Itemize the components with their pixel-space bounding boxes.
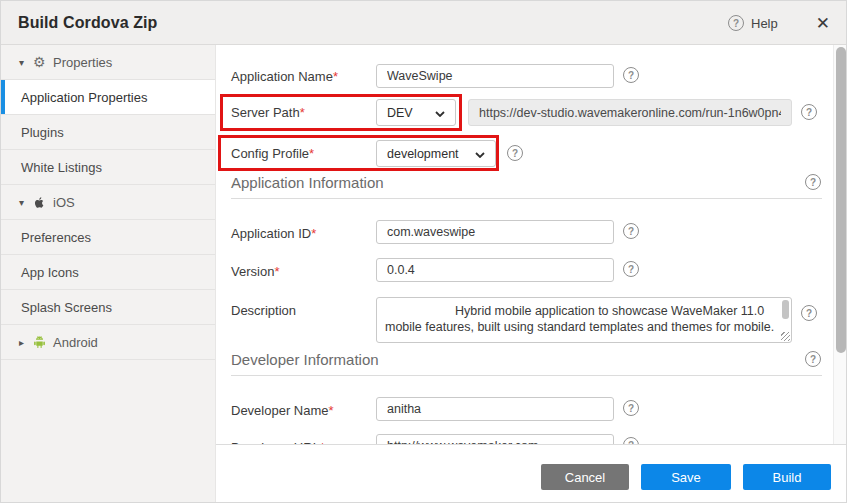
sidebar-item-plugins[interactable]: Plugins bbox=[1, 115, 215, 150]
application-id-help-icon[interactable]: ? bbox=[623, 223, 639, 239]
description-label: Description bbox=[231, 303, 296, 318]
sidebar-group-label: iOS bbox=[53, 195, 75, 210]
save-button[interactable]: Save bbox=[641, 464, 731, 490]
sidebar-item-splash-screens[interactable]: Splash Screens bbox=[1, 290, 215, 325]
chevron-down-icon: ▾ bbox=[19, 57, 33, 68]
required-asterisk: * bbox=[309, 146, 314, 161]
help-label: Help bbox=[751, 16, 778, 31]
dialog-footer: Cancel Save Build bbox=[216, 444, 847, 503]
sidebar: ▾ ⚙ Properties Application Properties Pl… bbox=[1, 45, 216, 503]
textarea-scrollbar-thumb[interactable] bbox=[782, 300, 789, 319]
build-button[interactable]: Build bbox=[743, 464, 831, 490]
sidebar-item-label: Splash Screens bbox=[21, 300, 112, 315]
gear-icon: ⚙ bbox=[33, 55, 53, 69]
required-asterisk: * bbox=[311, 226, 316, 241]
required-asterisk: * bbox=[274, 264, 279, 279]
sidebar-item-label: Plugins bbox=[21, 125, 64, 140]
application-information-help-icon[interactable]: ? bbox=[805, 174, 821, 190]
config-profile-select[interactable]: development bbox=[376, 140, 496, 167]
config-profile-help-icon[interactable]: ? bbox=[507, 145, 523, 161]
developer-name-input[interactable] bbox=[376, 397, 614, 421]
application-id-label: Application ID* bbox=[231, 226, 316, 241]
form-panel: Application Name* ? Server Path* DEV ? C… bbox=[216, 45, 847, 503]
vertical-scrollbar-thumb[interactable] bbox=[836, 47, 846, 353]
sidebar-item-label: Preferences bbox=[21, 230, 91, 245]
cancel-button[interactable]: Cancel bbox=[541, 464, 629, 490]
description-help-icon[interactable]: ? bbox=[801, 305, 817, 321]
dialog-title: Build Cordova Zip bbox=[18, 14, 157, 32]
sidebar-group-properties[interactable]: ▾ ⚙ Properties bbox=[1, 45, 215, 80]
sidebar-item-label: White Listings bbox=[21, 160, 102, 175]
version-label: Version* bbox=[231, 264, 279, 279]
section-divider bbox=[231, 198, 822, 199]
application-id-input[interactable] bbox=[376, 220, 614, 244]
server-path-label: Server Path* bbox=[231, 105, 305, 120]
dialog-titlebar: Build Cordova Zip ? Help ✕ bbox=[1, 1, 846, 45]
close-icon[interactable]: ✕ bbox=[816, 15, 830, 32]
required-asterisk: * bbox=[333, 69, 338, 84]
help-question-icon: ? bbox=[728, 15, 744, 31]
developer-name-label: Developer Name* bbox=[231, 403, 334, 418]
version-help-icon[interactable]: ? bbox=[623, 261, 639, 277]
application-name-label: Application Name* bbox=[231, 69, 338, 84]
build-cordova-zip-dialog: Build Cordova Zip ? Help ✕ ▾ ⚙ Propertie… bbox=[0, 0, 847, 503]
config-profile-label: Config Profile* bbox=[231, 146, 314, 161]
vertical-scrollbar-track[interactable] bbox=[833, 45, 847, 444]
android-icon bbox=[33, 336, 53, 349]
sidebar-item-application-properties[interactable]: Application Properties bbox=[1, 80, 215, 115]
sidebar-item-label: Application Properties bbox=[21, 90, 147, 105]
chevron-down-icon bbox=[475, 147, 485, 161]
description-text: Hybrid mobile application to showcase Wa… bbox=[385, 303, 775, 335]
chevron-down-icon bbox=[435, 106, 445, 120]
section-divider bbox=[231, 375, 822, 376]
help-button[interactable]: ? Help bbox=[728, 15, 778, 31]
developer-name-help-icon[interactable]: ? bbox=[623, 400, 639, 416]
apple-icon bbox=[33, 196, 53, 209]
application-name-help-icon[interactable]: ? bbox=[623, 67, 639, 83]
textarea-resize-grip[interactable] bbox=[781, 332, 790, 341]
sidebar-item-white-listings[interactable]: White Listings bbox=[1, 150, 215, 185]
description-textarea[interactable]: Hybrid mobile application to showcase Wa… bbox=[376, 297, 792, 343]
developer-information-section-title: Developer Information bbox=[231, 351, 379, 368]
required-asterisk: * bbox=[329, 403, 334, 418]
application-information-section-title: Application Information bbox=[231, 174, 384, 191]
server-path-help-icon[interactable]: ? bbox=[801, 104, 817, 120]
application-name-input[interactable] bbox=[376, 64, 614, 88]
sidebar-item-label: App Icons bbox=[21, 265, 79, 280]
sidebar-item-app-icons[interactable]: App Icons bbox=[1, 255, 215, 290]
version-input[interactable] bbox=[376, 258, 614, 282]
required-asterisk: * bbox=[300, 105, 305, 120]
sidebar-item-preferences[interactable]: Preferences bbox=[1, 220, 215, 255]
server-path-select[interactable]: DEV bbox=[376, 99, 456, 126]
chevron-down-icon: ▾ bbox=[19, 197, 33, 208]
developer-information-help-icon[interactable]: ? bbox=[805, 351, 821, 367]
config-profile-selected-option: development bbox=[387, 147, 459, 161]
sidebar-group-android[interactable]: ▸ Android bbox=[1, 325, 215, 360]
sidebar-group-ios[interactable]: ▾ iOS bbox=[1, 185, 215, 220]
sidebar-group-label: Android bbox=[53, 335, 98, 350]
server-path-selected-option: DEV bbox=[387, 106, 413, 120]
sidebar-group-label: Properties bbox=[53, 55, 112, 70]
server-path-url-field bbox=[468, 99, 792, 126]
chevron-right-icon: ▸ bbox=[19, 337, 33, 348]
